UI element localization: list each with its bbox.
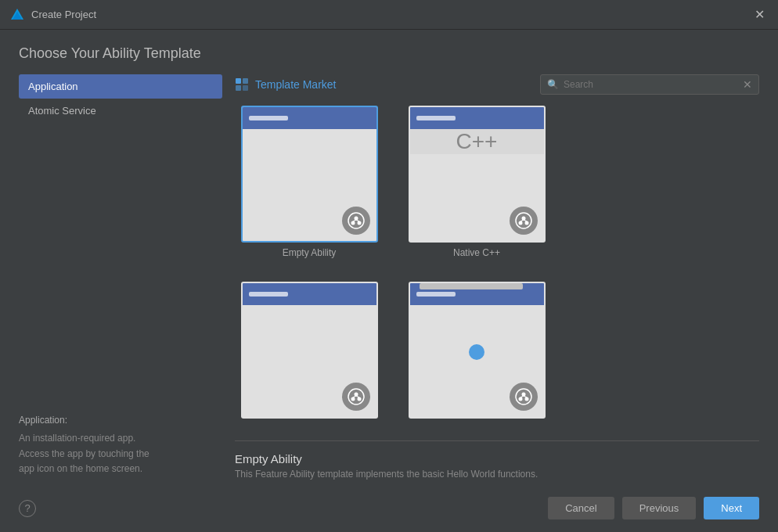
svg-point-24 [516, 389, 531, 404]
template-card-empty-ability[interactable]: Empty Ability [235, 106, 384, 269]
template-thumb-list [241, 282, 378, 419]
sidebar-desc-text: An installation-required app. Access the… [19, 431, 222, 476]
svg-point-13 [521, 217, 525, 221]
svg-line-16 [520, 220, 524, 221]
selected-template-desc-text: This Feature Ability template implements… [235, 469, 759, 480]
template-thumb-native-cpp: C++ [409, 106, 546, 243]
app-logo-icon [9, 7, 25, 23]
svg-rect-3 [243, 78, 248, 84]
template-market-label: Template Market [235, 77, 336, 92]
search-box: 🔍 ✕ [540, 74, 759, 95]
svg-point-12 [516, 213, 531, 228]
help-button[interactable]: ? [19, 500, 36, 517]
svg-line-28 [520, 396, 524, 397]
svg-point-19 [354, 393, 358, 397]
sidebar: Application Atomic Service Application: … [19, 74, 222, 486]
template-name-empty-ability: Empty Ability [283, 247, 337, 258]
thumb-header-bar-cpp [416, 116, 456, 120]
svg-point-6 [348, 213, 364, 228]
thumb-badge-icon [342, 207, 370, 235]
right-panel: Template Market 🔍 ✕ [222, 74, 759, 486]
main-area: Application Atomic Service Application: … [19, 74, 759, 486]
selected-template-name: Empty Ability [235, 452, 759, 466]
badge-svg-cpp [515, 212, 532, 229]
dialog-heading: Choose Your Ability Template [19, 45, 759, 62]
previous-button[interactable]: Previous [622, 497, 697, 519]
templates-grid: Empty Ability C++ [235, 106, 759, 434]
search-clear-button[interactable]: ✕ [743, 78, 752, 91]
svg-line-29 [524, 396, 527, 397]
template-card-detail[interactable] [402, 282, 551, 434]
badge-svg [348, 212, 365, 229]
cpp-label: C++ [456, 129, 498, 154]
title-bar-text: Create Project [31, 9, 750, 20]
thumb-badge-icon-detail [510, 383, 538, 411]
panel-header: Template Market 🔍 ✕ [235, 74, 759, 95]
badge-svg-detail [515, 388, 532, 405]
close-button[interactable]: ✕ [750, 5, 769, 24]
svg-point-20 [351, 397, 355, 401]
sidebar-item-atomic-service[interactable]: Atomic Service [19, 99, 222, 123]
dialog-content: Choose Your Ability Template Application… [0, 30, 778, 532]
selected-template-description: Empty Ability This Feature Ability templ… [235, 440, 759, 486]
title-bar: Create Project ✕ [0, 0, 778, 30]
sidebar-item-application[interactable]: Application [19, 74, 222, 99]
svg-line-17 [524, 220, 527, 221]
svg-line-10 [353, 220, 356, 221]
next-button[interactable]: Next [704, 497, 759, 519]
svg-rect-4 [236, 85, 241, 91]
thumb-header-list [243, 283, 376, 305]
create-project-window: Create Project ✕ Choose Your Ability Tem… [0, 0, 778, 532]
footer: ? Cancel Previous Next [19, 486, 759, 532]
svg-point-25 [521, 393, 525, 397]
svg-point-7 [354, 217, 358, 221]
template-market-icon [235, 77, 249, 92]
svg-point-14 [518, 221, 522, 225]
cancel-button[interactable]: Cancel [548, 497, 614, 519]
svg-point-8 [351, 221, 355, 225]
svg-point-26 [518, 397, 522, 401]
svg-line-23 [356, 396, 359, 397]
thumb-header-cpp [410, 107, 544, 129]
svg-line-11 [356, 220, 359, 221]
sidebar-description: Application: An installation-required ap… [19, 404, 222, 486]
thumb-dot [469, 344, 484, 360]
template-thumb-empty-ability [241, 106, 378, 243]
thumb-header-bar-detail [416, 292, 456, 297]
thumb-header-bar [249, 116, 288, 120]
template-name-native-cpp: Native C++ [453, 247, 500, 258]
thumb-header-bar-list [249, 292, 288, 297]
thumb-badge-icon-list [342, 383, 370, 411]
search-input[interactable] [564, 79, 743, 90]
thumb-detail-lines [420, 282, 535, 289]
svg-point-27 [524, 397, 528, 401]
template-card-native-cpp[interactable]: C++ [402, 106, 551, 269]
template-thumb-detail [409, 282, 546, 419]
thumb-header [243, 107, 376, 129]
template-card-list[interactable] [235, 282, 384, 434]
thumb-body-cpp: C++ [410, 129, 544, 154]
badge-svg-list [348, 388, 365, 405]
svg-line-22 [353, 396, 356, 397]
template-market-text: Template Market [255, 78, 336, 91]
svg-point-18 [348, 389, 364, 404]
svg-point-21 [357, 397, 361, 401]
sidebar-desc-title: Application: [19, 413, 222, 428]
detail-line-3 [420, 283, 523, 289]
svg-rect-2 [236, 78, 241, 84]
svg-rect-5 [243, 85, 248, 91]
svg-point-15 [524, 221, 528, 225]
thumb-badge-icon-cpp [510, 207, 538, 235]
search-icon: 🔍 [547, 79, 559, 90]
svg-point-9 [357, 221, 361, 225]
